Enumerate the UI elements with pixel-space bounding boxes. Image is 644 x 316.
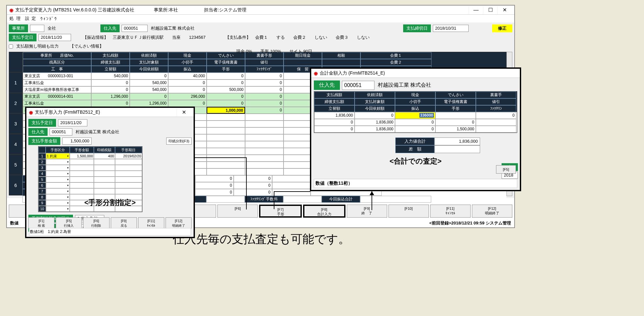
pop1-cell[interactable] — [70, 165, 94, 171]
grid-cell[interactable]: 0 — [207, 100, 245, 107]
row-number[interactable]: 5 — [9, 154, 22, 175]
grid-cell[interactable] — [245, 141, 284, 148]
pop2-cell[interactable]: 336000 — [395, 112, 435, 119]
pop1-cell[interactable] — [94, 165, 115, 171]
fkey-button[interactable]: [F8]合計入力 — [303, 205, 345, 218]
grid-cell[interactable] — [207, 148, 245, 155]
grid-cell[interactable] — [245, 155, 284, 162]
grid-cell[interactable]: 0 — [168, 79, 207, 86]
deadline-field[interactable]: 2018/10/31 — [433, 25, 469, 32]
pop1-cell[interactable] — [94, 188, 115, 194]
pop1-cell[interactable] — [70, 177, 94, 182]
pop2-cell[interactable] — [435, 112, 476, 119]
grid-cell[interactable] — [207, 141, 245, 148]
grid-cell[interactable]: 1,296,000 — [130, 100, 168, 107]
grid-cell[interactable] — [207, 121, 245, 127]
grid-cell[interactable]: 500,000 — [207, 86, 245, 93]
grid-cell[interactable]: 0 — [245, 93, 284, 100]
pop1-cell[interactable] — [94, 177, 115, 182]
grid-cell[interactable]: 0 — [168, 100, 207, 107]
pop1-fkey[interactable]: [F6]行削除 — [83, 217, 109, 228]
pop1-cell[interactable] — [94, 171, 115, 177]
pop1-cell[interactable]: 2019/02/20 — [115, 153, 142, 159]
fkey-button[interactable]: [F10] — [388, 205, 429, 218]
grid-cell[interactable] — [245, 134, 284, 141]
pop2-cell[interactable]: 0 — [395, 126, 435, 133]
grid-cell[interactable]: 大塩産業㈱福井事務所改修工事 — [23, 86, 91, 93]
grid-cell[interactable]: 0 — [207, 79, 245, 86]
pop1-cell[interactable]: 400 — [94, 153, 115, 159]
grid-cell[interactable]: 東京支店 00000014-001 — [23, 93, 91, 100]
grid-cell[interactable]: 東京支店 00000013-001 — [23, 73, 91, 79]
pop1-cell[interactable] — [70, 182, 94, 188]
row-number[interactable]: 6 — [9, 175, 22, 195]
grid-cell[interactable]: 0 — [207, 93, 245, 100]
pop2-f5-button[interactable]: [F5] — [496, 165, 516, 174]
pop1-cell[interactable] — [94, 159, 115, 165]
pop2-cell[interactable]: 1,500,000 — [435, 126, 476, 133]
pop1-fkey[interactable]: [F9]戻る — [111, 217, 137, 228]
pop1-fkey[interactable]: [F12]明細終了 — [166, 217, 192, 228]
pop1-cell[interactable]: 1 約束 — [46, 153, 70, 159]
office-field[interactable] — [30, 25, 44, 32]
grid-cell[interactable]: 0 — [91, 100, 130, 107]
fkey-button[interactable]: [F6] — [217, 205, 258, 218]
grid-cell[interactable]: 0 — [245, 79, 284, 86]
grid-cell[interactable] — [207, 127, 245, 134]
pop1-fkey[interactable]: [F1]検 索 — [28, 217, 54, 228]
grid-cell[interactable]: 0 — [91, 79, 130, 86]
grid-cell[interactable]: 540,000 — [130, 79, 168, 86]
grid-cell[interactable]: 0 — [245, 73, 284, 79]
pop1-amt[interactable]: 1,500,000 — [62, 137, 92, 145]
menu-window[interactable]: ｳｨﾝﾄﾞｳ — [40, 16, 57, 21]
grid-cell[interactable]: 0 — [245, 86, 284, 93]
grid-cell[interactable] — [207, 114, 245, 121]
pop2-cell[interactable] — [476, 119, 516, 126]
pop2-cell[interactable]: 0 — [435, 119, 476, 126]
pop1-cell[interactable] — [115, 177, 142, 182]
maximize-button[interactable]: ☐ — [483, 6, 497, 14]
grid-cell[interactable]: 工事未払金 — [23, 79, 91, 86]
fkey-button[interactable]: [F12]明細終了 — [472, 205, 512, 218]
grid-cell[interactable]: 0 — [130, 73, 168, 79]
grid-cell[interactable] — [245, 148, 284, 155]
grid-cell[interactable]: 540,000 — [91, 73, 130, 79]
grid-cell[interactable] — [207, 155, 245, 162]
minimize-button[interactable]: — — [469, 6, 483, 14]
pop1-cell[interactable]: 1,500,000 — [70, 153, 94, 159]
pop1-cell[interactable] — [115, 188, 142, 194]
pop1-split-button[interactable]: 印紙分割(F3) — [166, 137, 192, 145]
paydate-field[interactable]: 2018/11/20 — [38, 34, 71, 41]
pop1-cell[interactable] — [94, 182, 115, 188]
fkey-button[interactable]: [F11]ｷｬﾝｾﾙ — [430, 205, 471, 218]
row-number[interactable]: 2 — [9, 93, 22, 113]
pop2-cell[interactable]: 0 — [355, 112, 395, 119]
row-number[interactable]: 4 — [9, 134, 22, 154]
pop2-cell[interactable]: 0 — [314, 126, 355, 133]
grid-cell[interactable]: 0 — [245, 100, 284, 107]
edit-button[interactable]: 修正 — [492, 24, 512, 32]
pop1-cell[interactable] — [70, 188, 94, 194]
menu-settings[interactable]: 設 定 — [25, 16, 37, 22]
pop1-cell[interactable] — [115, 165, 142, 171]
pop1-cell[interactable] — [70, 171, 94, 177]
grid-cell[interactable] — [245, 114, 284, 121]
pop2-cell[interactable]: 1,836,000 — [314, 112, 355, 119]
pop1-cell[interactable] — [46, 182, 70, 188]
supplier-code[interactable]: 000051 — [122, 25, 148, 32]
grid-cell[interactable]: 工事未払金 — [23, 100, 91, 107]
grid-cell[interactable]: 0 — [168, 86, 207, 93]
grid-cell[interactable]: 296,000 — [168, 93, 207, 100]
pop2-cell[interactable] — [476, 126, 516, 133]
pop1-cell[interactable] — [46, 159, 70, 165]
pop1-cell[interactable] — [46, 171, 70, 177]
grid-cell[interactable]: 540,000 — [130, 86, 168, 93]
grid-cell[interactable]: 0 — [91, 86, 130, 93]
pop1-cell[interactable] — [46, 188, 70, 194]
pop2-cell[interactable]: 0 — [395, 119, 435, 126]
grid-cell[interactable]: 0 — [245, 107, 284, 114]
grid-cell[interactable] — [207, 162, 245, 168]
grid-cell[interactable]: 40,000 — [168, 73, 207, 79]
pop1-close[interactable]: ✕ — [177, 108, 191, 116]
grid-cell[interactable] — [207, 168, 245, 175]
